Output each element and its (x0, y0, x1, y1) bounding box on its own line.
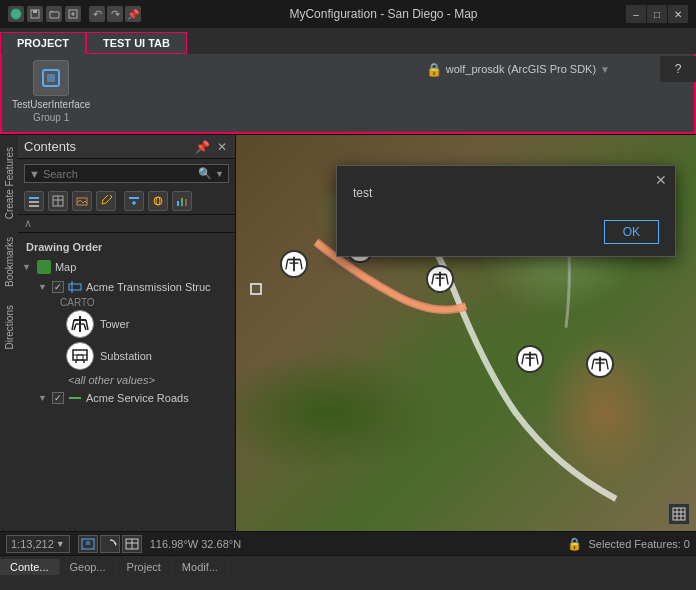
collapse-bar: ∧ (18, 215, 235, 233)
svg-rect-16 (177, 201, 179, 206)
rotation-icon[interactable] (100, 535, 120, 553)
ribbon-group-1: TestUserInterface Group 1 (12, 60, 90, 137)
test-ui-label: TestUserInterface (12, 99, 90, 110)
acme-checkbox[interactable]: ✓ (52, 281, 64, 293)
map-tree-item[interactable]: ▼ Map (18, 257, 235, 277)
search-bar: ▼ 🔍 ▼ (24, 164, 229, 183)
close-panel-button[interactable]: ✕ (215, 140, 229, 154)
new-icon[interactable] (65, 6, 81, 22)
svg-rect-59 (673, 508, 685, 520)
collapse-arrow[interactable]: ∧ (24, 217, 32, 230)
search-input[interactable] (43, 168, 195, 180)
coordinates-display: 116.98°W 32.68°N (150, 538, 241, 550)
svg-rect-19 (69, 284, 81, 290)
table-button[interactable] (48, 191, 68, 211)
substation-legend-item: Substation (18, 340, 235, 372)
sidebar-tab-create-features[interactable]: Create Features (2, 139, 17, 227)
svg-rect-17 (181, 198, 183, 206)
other-values-item[interactable]: <all other values> (18, 372, 235, 388)
maximize-button[interactable]: □ (647, 5, 667, 23)
acme-layer-icon (67, 279, 83, 295)
substation-legend-icon (66, 342, 94, 370)
dialog-content: test (353, 178, 659, 220)
username-label: wolf_prosdk (ArcGIS Pro SDK) (446, 63, 596, 75)
save-icon[interactable] (27, 6, 43, 22)
grid-status-icon[interactable] (122, 535, 142, 553)
undo-icon[interactable]: ↶ (89, 6, 105, 22)
scale-selector[interactable]: 1:13,212 ▼ (6, 535, 70, 553)
pin-panel-button[interactable]: 📌 (193, 140, 212, 154)
test-ui-icon (33, 60, 69, 96)
tab-test-ui[interactable]: TEST UI TAB (86, 32, 187, 54)
search-dropdown-icon[interactable]: ▼ (215, 169, 224, 179)
user-area: 🔒 wolf_prosdk (ArcGIS Pro SDK) ▼ (420, 56, 616, 82)
bottom-tab-conte[interactable]: Conte... (0, 559, 60, 575)
acme-transmission-item[interactable]: ▼ ✓ Acme Transmission Struc (18, 277, 235, 297)
tab-project[interactable]: PROJECT (0, 32, 86, 54)
lock-icon: 🔒 (426, 62, 442, 77)
titlebar-icons (8, 6, 81, 22)
redo-icon[interactable]: ↷ (107, 6, 123, 22)
contents-header-buttons: 📌 ✕ (193, 140, 229, 154)
svg-rect-7 (29, 201, 39, 203)
basemap-button[interactable] (148, 191, 168, 211)
svg-rect-2 (33, 10, 37, 13)
filter-icon: ▼ (29, 168, 40, 180)
svg-point-0 (11, 9, 21, 19)
svg-point-15 (156, 197, 160, 205)
toolbar-row (18, 188, 235, 215)
svg-line-24 (72, 320, 74, 330)
sidebar-tabs: Create Features Bookmarks Directions (0, 135, 18, 531)
map-expand-arrow[interactable]: ▼ (22, 262, 31, 272)
svg-line-25 (86, 320, 88, 330)
window-title: MyConfiguration - San Diego - Map (141, 7, 626, 21)
contents-panel: Contents 📌 ✕ ▼ 🔍 ▼ (18, 135, 236, 531)
sidebar-tab-directions[interactable]: Directions (2, 297, 17, 357)
service-roads-arrow[interactable]: ▼ (38, 393, 47, 403)
help-button[interactable]: ? (660, 56, 696, 82)
ribbon: PROJECT TEST UI TAB 🔒 wolf_prosdk (ArcGI… (0, 28, 696, 135)
folder-icon[interactable] (46, 6, 62, 22)
bottom-tab-modif[interactable]: Modif... (172, 559, 229, 575)
tower-legend-item: Tower (18, 308, 235, 340)
contents-header: Contents 📌 ✕ (18, 135, 235, 159)
svg-rect-13 (129, 197, 139, 199)
map-grid-icon[interactable] (668, 503, 690, 525)
test-user-interface-button[interactable]: TestUserInterface (12, 60, 90, 110)
service-roads-label: Acme Service Roads (86, 392, 189, 404)
contents-tree: Drawing Order ▼ Map ▼ ✓ Acme Transmissio… (18, 233, 235, 531)
sidebar-tab-bookmarks[interactable]: Bookmarks (2, 229, 17, 295)
main-layout: Create Features Bookmarks Directions Con… (0, 135, 696, 531)
chart-button[interactable] (172, 191, 192, 211)
bottom-tab-project[interactable]: Project (117, 559, 172, 575)
acme-layer-label: Acme Transmission Struc (86, 281, 211, 293)
edit-button[interactable] (96, 191, 116, 211)
svg-point-14 (154, 197, 162, 205)
acme-expand-arrow[interactable]: ▼ (38, 282, 47, 292)
raster-button[interactable] (72, 191, 92, 211)
svg-rect-5 (47, 74, 55, 82)
dialog-close-button[interactable]: ✕ (655, 172, 667, 188)
dialog-overlay: ✕ test OK (236, 135, 696, 531)
statusbar: 1:13,212 ▼ 116.98°W 32.68°N 🔒 Selected F… (0, 531, 696, 555)
carto-label: CARTO (18, 297, 235, 308)
svg-rect-18 (185, 199, 187, 206)
extent-icon[interactable] (78, 535, 98, 553)
contents-title: Contents (24, 139, 189, 154)
bottom-tabs: Conte... Geop... Project Modif... (0, 555, 696, 577)
minimize-button[interactable]: – (626, 5, 646, 23)
user-dropdown-icon[interactable]: ▼ (600, 64, 610, 75)
scale-dropdown-arrow[interactable]: ▼ (56, 539, 65, 549)
service-roads-checkbox[interactable]: ✓ (52, 392, 64, 404)
map-background[interactable]: ✕ test OK (236, 135, 696, 531)
pin-icon[interactable]: 📌 (125, 6, 141, 22)
close-button[interactable]: ✕ (668, 5, 688, 23)
service-roads-item[interactable]: ▼ ✓ Acme Service Roads (18, 388, 235, 408)
group-label: Group 1 (12, 112, 90, 123)
drawing-order-label: Drawing Order (18, 237, 235, 257)
list-view-button[interactable] (24, 191, 44, 211)
bottom-tab-geop[interactable]: Geop... (60, 559, 117, 575)
dialog-ok-button[interactable]: OK (604, 220, 659, 244)
add-layer-button[interactable] (124, 191, 144, 211)
coords-value: 116.98°W 32.68°N (150, 538, 241, 550)
